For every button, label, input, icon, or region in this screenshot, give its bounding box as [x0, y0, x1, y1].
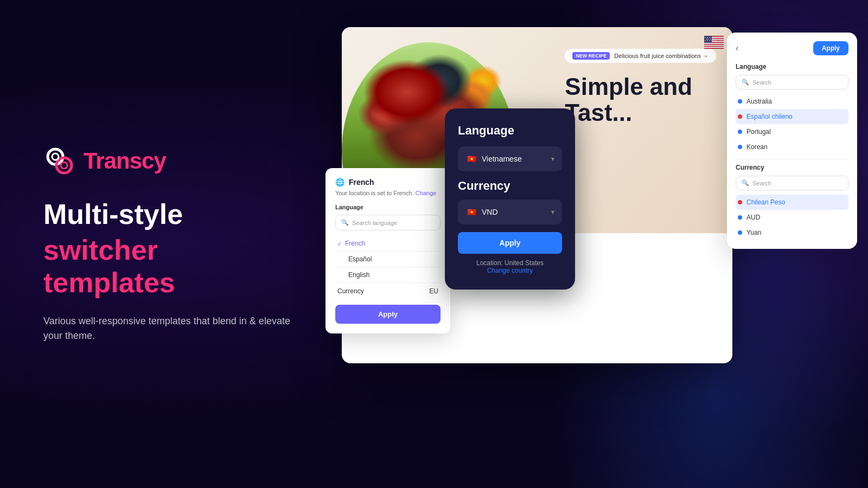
- currency-yuan: Yuan: [746, 229, 761, 236]
- vn-flag: 🇻🇳: [465, 153, 477, 165]
- globe-icon: 🌐: [335, 178, 344, 187]
- apply-button-french[interactable]: Apply: [335, 305, 441, 324]
- list-language-label: Language: [736, 63, 848, 70]
- left-panel: Transcy Multi-style switcher templates V…: [0, 112, 326, 376]
- currency-value: EU: [429, 287, 438, 295]
- lang-espanol-chileno: Español chileno: [746, 113, 793, 120]
- language-search[interactable]: 🔍 Search language: [335, 215, 441, 230]
- list-item-korean[interactable]: Korean: [736, 139, 848, 155]
- hero-content: NEW RECIPE Delicious fruit juice combina…: [565, 49, 716, 126]
- lang-option-english[interactable]: English: [335, 267, 441, 283]
- modal-french-title: French: [349, 178, 374, 187]
- search-placeholder: Search language: [352, 220, 397, 226]
- svg-point-0: [48, 149, 63, 164]
- vnd-language-label: Language: [458, 124, 562, 138]
- vnd-currency-label: Currency: [458, 179, 562, 193]
- list-item-australia[interactable]: Australia: [736, 94, 848, 109]
- subtext: Various well-responsive templates that b…: [43, 314, 293, 343]
- language-list-search[interactable]: 🔍 Search: [736, 75, 848, 89]
- currency-chilean-peso: Chilean Peso: [746, 198, 785, 206]
- language-dropdown-left: 🇻🇳 Vietnamese: [465, 153, 522, 165]
- lang-korean: Korean: [746, 143, 768, 151]
- dot-yuan: [738, 230, 742, 235]
- lang-australia: Australia: [746, 98, 772, 105]
- language-value: Vietnamese: [482, 155, 522, 163]
- lang-portugal: Portugal: [746, 128, 771, 136]
- location-text-vnd: Location: United States: [458, 259, 562, 267]
- search-icon: 🔍: [341, 219, 349, 226]
- lang-english-label: English: [348, 271, 369, 279]
- us-flag-icon[interactable]: ★ ★ ★ ★ ★ ★ ★ ★ ★ ★ ★ ★ ★ ★ ★ ★ ★: [704, 36, 724, 49]
- search-icon-currency: 🔍: [742, 179, 749, 187]
- chevron-down-currency-icon: ▾: [551, 208, 554, 216]
- list-item-yuan[interactable]: Yuan: [736, 225, 848, 240]
- svg-point-1: [56, 158, 72, 173]
- currency-row: Currency EU: [335, 283, 441, 299]
- location-info-vnd: Location: United States Change country: [458, 259, 562, 274]
- check-icon: ✓: [337, 241, 342, 247]
- chevron-down-icon: ▾: [551, 155, 554, 163]
- logo-text: Transcy: [84, 148, 166, 174]
- language-dropdown[interactable]: 🇻🇳 Vietnamese ▾: [458, 146, 562, 171]
- logo-suffix: cy: [142, 148, 166, 174]
- currency-dropdown[interactable]: 🇻🇳 VND ▾: [458, 200, 562, 224]
- modal-list-header: ‹ Apply: [736, 41, 848, 55]
- modal-list: ‹ Apply Language 🔍 Search Australia Espa…: [727, 33, 857, 249]
- apply-button-vnd[interactable]: Apply: [458, 232, 562, 254]
- list-separator: [736, 159, 848, 159]
- badge-tag: NEW RECIPE: [572, 52, 610, 60]
- dot-korean: [738, 145, 742, 149]
- language-label: Language: [335, 204, 441, 210]
- vn-flag-currency: 🇻🇳: [465, 206, 477, 218]
- svg-rect-10: [704, 47, 724, 48]
- location-info: Your location is set to French.: [335, 190, 414, 196]
- modal-vnd: Language 🇻🇳 Vietnamese ▾ Currency 🇻🇳 VND…: [445, 108, 575, 290]
- modal-french-header: 🌐 French: [335, 178, 441, 187]
- dot-australia: [738, 99, 742, 104]
- right-panel: NEW RECIPE Delicious fruit juice combina…: [326, 0, 868, 488]
- dot-chilean-peso: [738, 200, 742, 204]
- currency-dropdown-left: 🇻🇳 VND: [465, 206, 498, 218]
- lang-option-french[interactable]: ✓ French: [335, 236, 441, 252]
- dot-espanol-chileno: [738, 114, 742, 119]
- lang-espanol-label: Español: [348, 255, 372, 263]
- list-currency-label: Currency: [736, 164, 848, 171]
- currency-label: Currency: [337, 287, 364, 295]
- change-country-link[interactable]: Change country: [458, 267, 562, 274]
- lang-french-label: French: [345, 240, 365, 247]
- heading-line2: switcher templates: [43, 234, 293, 299]
- svg-text:★ ★ ★ ★ ★ ★: ★ ★ ★ ★ ★ ★: [705, 40, 717, 42]
- language-search-placeholder: Search: [752, 79, 771, 86]
- lang-option-espanol[interactable]: Español: [335, 252, 441, 267]
- recipe-badge: NEW RECIPE Delicious fruit juice combina…: [565, 49, 716, 63]
- back-button[interactable]: ‹: [736, 43, 738, 53]
- list-item-portugal[interactable]: Portugal: [736, 124, 848, 139]
- list-item-aud[interactable]: AUD: [736, 210, 848, 225]
- dot-aud: [738, 215, 742, 220]
- search-icon-list: 🔍: [742, 79, 749, 86]
- currency-search-placeholder: Search: [752, 180, 771, 187]
- hero-title-line1: Simple and: [565, 73, 692, 100]
- change-link[interactable]: Change: [416, 190, 437, 196]
- dot-portugal: [738, 130, 742, 134]
- list-item-espanol-chileno[interactable]: Español chileno: [736, 109, 848, 124]
- logo-prefix: Trans: [84, 148, 142, 174]
- svg-rect-9: [704, 45, 724, 46]
- currency-value-vnd: VND: [482, 208, 498, 216]
- logo-icon: [43, 145, 76, 177]
- logo: Transcy: [43, 145, 293, 177]
- svg-rect-8: [704, 43, 724, 44]
- currency-aud: AUD: [746, 214, 760, 221]
- list-item-chilean-peso[interactable]: Chilean Peso: [736, 195, 848, 210]
- modal-french: 🌐 French Your location is set to French.…: [326, 168, 450, 333]
- hero-title: Simple and Tast...: [565, 74, 716, 126]
- svg-point-2: [52, 153, 59, 160]
- heading-line1: Multi-style: [43, 199, 293, 230]
- apply-button-list[interactable]: Apply: [813, 41, 848, 55]
- badge-text: Delicious fruit juice combinations →: [614, 53, 709, 59]
- svg-point-3: [61, 162, 67, 169]
- currency-list-search[interactable]: 🔍 Search: [736, 176, 848, 190]
- location-text: Your location is set to French. Change: [335, 190, 441, 196]
